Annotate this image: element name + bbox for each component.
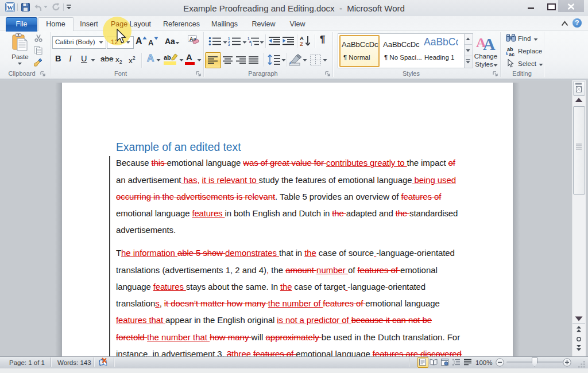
svg-text:3: 3 bbox=[228, 43, 230, 46]
svg-text:ab: ab bbox=[164, 54, 171, 61]
svg-text:W: W bbox=[7, 4, 13, 11]
svg-text:Z: Z bbox=[300, 41, 303, 47]
svg-text:ac: ac bbox=[509, 52, 514, 57]
svg-text:i: i bbox=[251, 42, 252, 46]
svg-text:A: A bbox=[483, 34, 496, 51]
